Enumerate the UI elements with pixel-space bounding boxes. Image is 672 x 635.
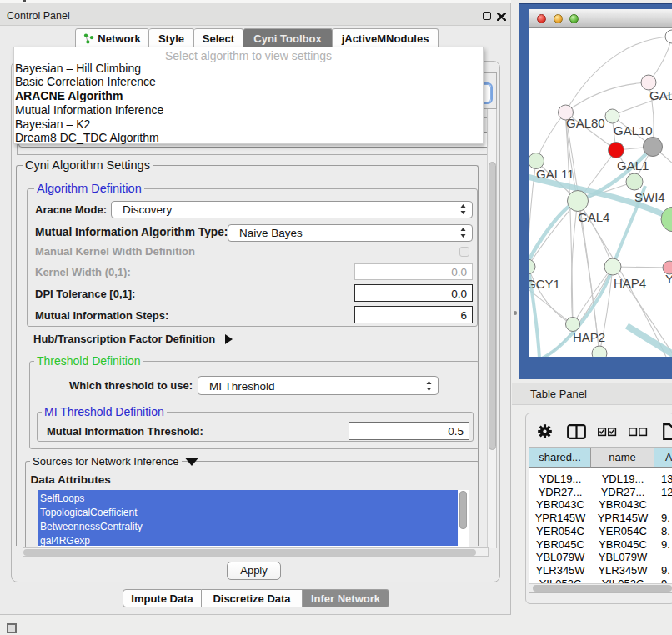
svg-text:HAP2: HAP2 xyxy=(573,330,605,344)
svg-text:Y: Y xyxy=(665,272,672,286)
svg-text:GAL10: GAL10 xyxy=(614,123,653,138)
svg-text:HAP4: HAP4 xyxy=(614,276,646,290)
svg-text:GAL11: GAL11 xyxy=(536,167,574,181)
svg-text:GAL7: GAL7 xyxy=(649,88,672,102)
svg-text:GAL80: GAL80 xyxy=(566,116,605,130)
svg-text:GCY1: GCY1 xyxy=(529,277,560,291)
svg-text:SWI4: SWI4 xyxy=(634,190,665,204)
svg-text:GAL4: GAL4 xyxy=(578,210,609,224)
svg-text:GAL1: GAL1 xyxy=(617,158,649,172)
